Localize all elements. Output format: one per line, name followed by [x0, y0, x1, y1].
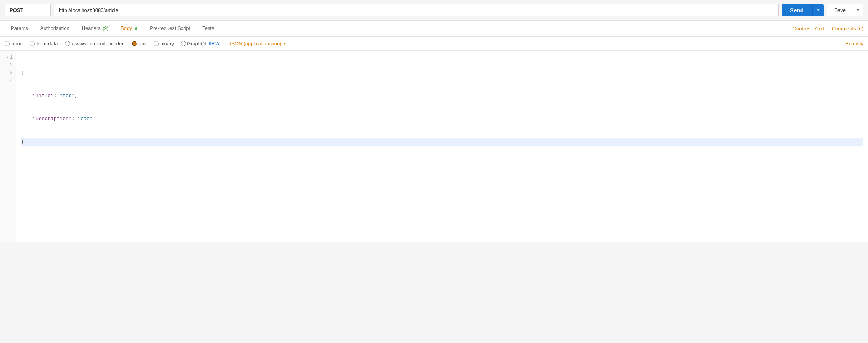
line-number-4: 4 [0, 77, 16, 84]
json-format-label[interactable]: JSON (application/json) [229, 41, 282, 46]
code-content[interactable]: { "Title": "foo", "Description": "bar" } [16, 51, 868, 242]
body-type-urlencoded[interactable]: x-www-form-urlencoded [65, 41, 125, 46]
beautify-button[interactable]: Beautify [845, 41, 863, 46]
tab-headers[interactable]: Headers (9) [76, 21, 114, 36]
line-number-1: ▾ 1 [0, 54, 16, 61]
body-type-form-data[interactable]: form-data [30, 41, 58, 46]
tab-cookies[interactable]: Cookies [793, 21, 811, 36]
method-select[interactable]: POST GET PUT PATCH DELETE HEAD OPTIONS [5, 4, 51, 16]
toggle-arrow-1[interactable]: ▾ [6, 54, 8, 61]
body-type-bar: none form-data x-www-form-urlencoded raw… [0, 37, 868, 51]
json-format-select[interactable]: JSON (application/json) ▼ [229, 41, 287, 46]
tab-params[interactable]: Params [5, 21, 34, 36]
tab-tests[interactable]: Tests [196, 21, 220, 36]
tabs-bar: Params Authorization Headers (9) Body Pr… [0, 21, 868, 37]
save-dropdown-button[interactable]: ▼ [853, 4, 863, 16]
method-select-wrapper: POST GET PUT PATCH DELETE HEAD OPTIONS [5, 4, 51, 16]
send-dropdown-button[interactable]: ▼ [812, 4, 824, 16]
headers-badge: (9) [103, 26, 108, 31]
body-type-none[interactable]: none [5, 41, 23, 46]
top-bar: POST GET PUT PATCH DELETE HEAD OPTIONS S… [0, 0, 868, 21]
json-format-chevron[interactable]: ▼ [283, 41, 287, 46]
save-button[interactable]: Save [827, 4, 853, 16]
code-line-2: "Title": "foo", [21, 92, 863, 100]
line-number-2: 2 [0, 61, 16, 69]
body-type-binary[interactable]: binary [154, 41, 174, 46]
code-line-4: } [21, 138, 863, 146]
send-button[interactable]: Send [782, 4, 812, 16]
tab-code[interactable]: Code [815, 21, 827, 36]
tab-pre-request-script[interactable]: Pre-request Script [144, 21, 196, 36]
editor-area: ▾ 1 2 3 4 { "Title": "foo", "Description… [0, 51, 868, 242]
tab-comments[interactable]: Comments (0) [832, 21, 863, 36]
beta-badge: BETA [209, 41, 219, 46]
save-btn-group: Save ▼ [827, 4, 863, 16]
code-line-1: { [21, 69, 863, 77]
body-type-raw[interactable]: raw [132, 41, 147, 46]
line-number-3: 3 [0, 69, 16, 77]
tab-authorization[interactable]: Authorization [34, 21, 76, 36]
tabs-left: Params Authorization Headers (9) Body Pr… [5, 21, 220, 36]
url-input[interactable] [54, 4, 779, 16]
send-btn-group: Send ▼ [782, 4, 824, 16]
tab-body[interactable]: Body [114, 21, 144, 36]
body-type-graphql[interactable]: GraphQL BETA [181, 41, 219, 46]
tabs-right: Cookies Code Comments (0) [793, 21, 863, 36]
body-dot [135, 27, 137, 30]
code-line-3: "Description": "bar" [21, 115, 863, 123]
line-numbers: ▾ 1 2 3 4 [0, 51, 16, 242]
